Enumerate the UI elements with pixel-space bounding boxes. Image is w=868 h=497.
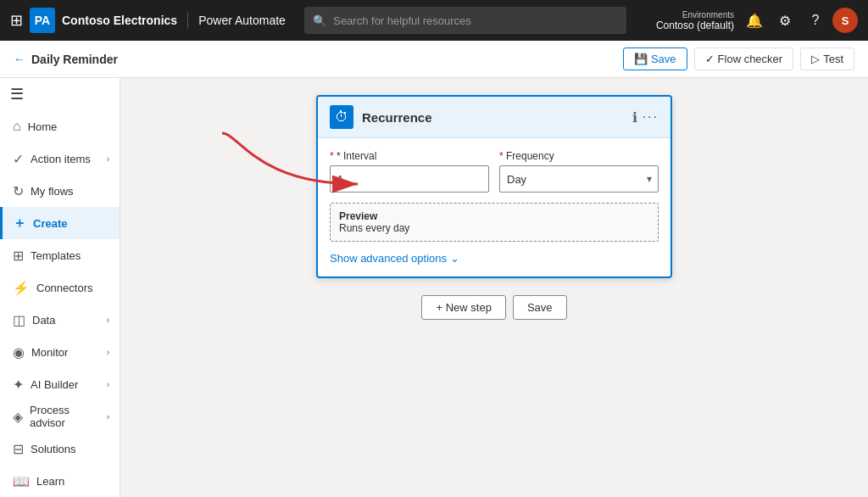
home-icon: ⌂	[13, 119, 21, 134]
subbar: ← Daily Reminder 💾 Save ✓ Flow checker ▷…	[0, 41, 868, 78]
card-title: Recurrence	[362, 110, 624, 125]
card-body: * * Interval * Frequency	[318, 138, 670, 276]
more-options-button[interactable]: ···	[643, 109, 659, 125]
subbar-actions: 💾 Save ✓ Flow checker ▷ Test	[623, 47, 854, 70]
test-button[interactable]: ▷ Test	[800, 47, 854, 70]
flow-checker-icon: ✓	[705, 53, 715, 65]
new-step-button[interactable]: + New step	[421, 295, 505, 320]
topbar-divider	[187, 12, 188, 29]
sidebar-item-connectors[interactable]: ⚡ Connectors	[0, 271, 120, 304]
sidebar-item-learn[interactable]: 📖 Learn	[0, 465, 120, 497]
search-icon: 🔍	[313, 14, 326, 27]
sidebar-item-data[interactable]: ◫ Data ›	[0, 304, 120, 336]
sidebar-item-solutions[interactable]: ⊟ Solutions	[0, 433, 120, 465]
preview-text: Runs every day	[339, 222, 649, 234]
logo-area: ⊞ PA Contoso Electronics Power Automate	[10, 8, 286, 33]
sidebar-label-solutions: Solutions	[31, 443, 109, 455]
interval-required-marker: *	[330, 150, 334, 162]
templates-icon: ⊞	[13, 248, 24, 264]
sidebar-item-process-advisor[interactable]: ◈ Process advisor ›	[0, 400, 120, 433]
topbar: ⊞ PA Contoso Electronics Power Automate …	[0, 0, 868, 41]
sidebar-label-create: Create	[33, 217, 109, 230]
save-button[interactable]: 💾 Save	[623, 47, 687, 70]
flow-canvas: ⏱ Recurrence ℹ ··· * * Interval	[120, 78, 868, 497]
sidebar-label-action-items: Action items	[31, 153, 100, 165]
solutions-icon: ⊟	[13, 441, 24, 457]
preview-box: Preview Runs every day	[330, 203, 659, 242]
sidebar-item-action-items[interactable]: ✓ Action items ›	[0, 142, 120, 175]
test-icon: ▷	[811, 53, 820, 65]
flow-checker-button[interactable]: ✓ Flow checker	[694, 47, 794, 70]
chevron-icon: ›	[107, 412, 109, 422]
main-layout: ☰ ⌂ Home ✓ Action items › ↻ My flows ＋ C…	[0, 78, 868, 497]
ai-builder-icon: ✦	[13, 377, 24, 393]
frequency-required-marker: *	[499, 150, 504, 162]
sidebar-label-monitor: Monitor	[31, 346, 100, 359]
card-header-actions: ℹ ···	[632, 109, 659, 126]
sidebar-item-create[interactable]: ＋ Create	[0, 207, 120, 239]
learn-icon: 📖	[13, 473, 30, 489]
chevron-down-icon: ⌄	[450, 252, 459, 265]
org-name: Contoso Electronics	[62, 14, 177, 27]
back-arrow-icon: ←	[14, 53, 25, 65]
recurrence-icon: ⏱	[330, 105, 353, 129]
svg-text:PA: PA	[35, 14, 50, 27]
environment-info: Environments Contoso (default)	[656, 10, 734, 31]
notification-icon[interactable]: 🔔	[741, 7, 768, 34]
data-icon: ◫	[13, 312, 25, 328]
action-items-icon: ✓	[13, 151, 24, 167]
interval-label: * * Interval	[330, 150, 489, 162]
sidebar-label-data: Data	[32, 314, 100, 327]
save-flow-button[interactable]: Save	[513, 295, 567, 320]
apps-grid-icon[interactable]: ⊞	[10, 11, 23, 30]
my-flows-icon: ↻	[13, 183, 24, 199]
sidebar-item-my-flows[interactable]: ↻ My flows	[0, 175, 120, 207]
sidebar-label-templates: Templates	[31, 249, 109, 262]
chevron-icon: ›	[107, 380, 109, 389]
back-button[interactable]: ←	[14, 53, 25, 65]
flow-title: Daily Reminder	[31, 53, 118, 66]
settings-icon[interactable]: ⚙	[771, 7, 798, 34]
sidebar-label-process-advisor: Process advisor	[30, 404, 100, 429]
search-bar[interactable]: 🔍	[304, 7, 626, 34]
chevron-icon: ›	[107, 154, 109, 164]
sidebar-item-ai-builder[interactable]: ✦ AI Builder ›	[0, 368, 120, 400]
preview-label: Preview	[339, 210, 649, 222]
sidebar-label-my-flows: My flows	[31, 185, 109, 198]
product-logo: PA	[30, 8, 55, 33]
show-advanced-options[interactable]: Show advanced options ⌄	[330, 252, 659, 265]
frequency-field: * Frequency Second Minute Hour Day Week	[499, 150, 659, 193]
recurrence-card: ⏱ Recurrence ℹ ··· * * Interval	[316, 95, 672, 278]
search-input[interactable]	[333, 14, 618, 27]
card-header: ⏱ Recurrence ℹ ···	[318, 97, 670, 138]
interval-input[interactable]	[330, 165, 489, 193]
env-name: Contoso (default)	[656, 20, 734, 31]
info-button[interactable]: ℹ	[632, 109, 637, 126]
main-content: ⏱ Recurrence ℹ ··· * * Interval	[120, 78, 868, 497]
topbar-right: Environments Contoso (default) 🔔 ⚙ ? S	[656, 7, 858, 34]
flow-bottom-actions: + New step Save	[421, 295, 566, 320]
connectors-icon: ⚡	[13, 280, 30, 296]
sidebar-label-ai-builder: AI Builder	[31, 378, 100, 391]
sidebar-toggle[interactable]: ☰	[0, 78, 120, 110]
chevron-icon: ›	[107, 348, 109, 357]
sidebar-item-home[interactable]: ⌂ Home	[0, 110, 120, 142]
create-icon: ＋	[13, 215, 26, 232]
chevron-icon: ›	[107, 316, 109, 325]
monitor-icon: ◉	[13, 344, 25, 360]
sidebar-item-templates[interactable]: ⊞ Templates	[0, 239, 120, 271]
fields-row: * * Interval * Frequency	[330, 150, 659, 193]
sidebar-label-home: Home	[28, 120, 109, 133]
sidebar: ☰ ⌂ Home ✓ Action items › ↻ My flows ＋ C…	[0, 78, 120, 497]
help-icon[interactable]: ?	[802, 7, 829, 34]
save-icon: 💾	[634, 53, 648, 65]
app-name: Power Automate	[198, 14, 286, 27]
avatar[interactable]: S	[832, 8, 858, 33]
env-label: Environments	[682, 10, 734, 20]
sidebar-item-monitor[interactable]: ◉ Monitor ›	[0, 336, 120, 368]
sidebar-label-connectors: Connectors	[36, 282, 109, 294]
frequency-select[interactable]: Second Minute Hour Day Week Month	[499, 165, 659, 193]
frequency-label: * Frequency	[499, 150, 659, 162]
interval-field: * * Interval	[330, 150, 489, 193]
process-advisor-icon: ◈	[13, 409, 23, 425]
